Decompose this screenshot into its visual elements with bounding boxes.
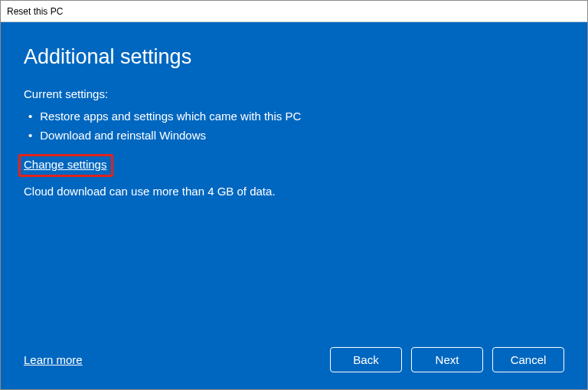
reset-pc-window: Reset this PC Additional settings Curren… xyxy=(0,0,588,390)
window-title: Reset this PC xyxy=(7,6,63,17)
cancel-button[interactable]: Cancel xyxy=(492,347,564,372)
next-button[interactable]: Next xyxy=(411,347,483,372)
list-item: Restore apps and settings which came wit… xyxy=(24,107,564,126)
setting-text: Download and reinstall Windows xyxy=(40,129,206,142)
footer: Learn more Back Next Cancel xyxy=(24,347,564,372)
button-row: Back Next Cancel xyxy=(330,347,564,372)
list-item: Download and reinstall Windows xyxy=(24,126,564,145)
learn-more-link[interactable]: Learn more xyxy=(24,353,83,366)
page-title: Additional settings xyxy=(24,45,564,69)
content-area: Additional settings Current settings: Re… xyxy=(1,22,587,389)
back-button[interactable]: Back xyxy=(330,347,402,372)
current-settings-label: Current settings: xyxy=(24,87,564,100)
setting-text: Restore apps and settings which came wit… xyxy=(40,110,301,123)
titlebar: Reset this PC xyxy=(1,1,587,22)
cloud-download-note: Cloud download can use more than 4 GB of… xyxy=(24,185,564,198)
change-settings-link[interactable]: Change settings xyxy=(24,158,106,171)
change-settings-highlight: Change settings xyxy=(18,154,113,177)
settings-list: Restore apps and settings which came wit… xyxy=(24,107,564,145)
